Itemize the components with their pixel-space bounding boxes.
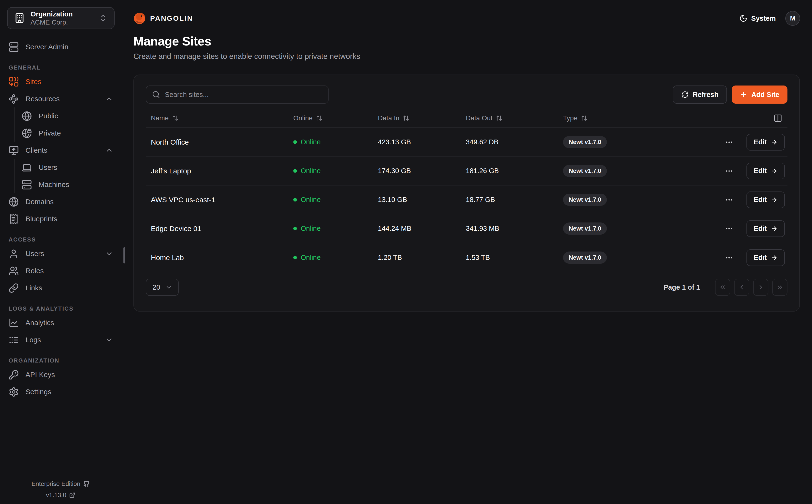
first-page-button[interactable]: [715, 279, 730, 296]
sort-icon: [403, 115, 409, 121]
table-row: AWS VPC us-east-1 Online 13.10 GB 18.77 …: [146, 186, 787, 214]
external-link-icon: [69, 492, 75, 498]
theme-toggle[interactable]: System: [739, 14, 776, 22]
site-name: AWS VPC us-east-1: [151, 196, 293, 204]
sidebar-item-links[interactable]: Links: [7, 279, 115, 297]
row-menu-ellipsis-icon[interactable]: [725, 196, 733, 204]
site-data-in: 13.10 GB: [378, 196, 466, 204]
online-status-dot: [293, 198, 297, 202]
chevron-left-icon: [738, 284, 745, 291]
edit-button[interactable]: Edit: [746, 220, 785, 237]
logs-list-icon: [9, 335, 19, 345]
site-status: Online: [293, 167, 378, 175]
edit-button-label: Edit: [754, 138, 767, 146]
chevron-right-icon: [757, 284, 764, 291]
resources-subnav: Public Private: [14, 107, 115, 142]
server-icon: [9, 42, 19, 52]
moon-icon: [739, 14, 747, 22]
sidebar-item-settings[interactable]: Settings: [7, 383, 115, 400]
online-status-dot: [293, 169, 297, 173]
sidebar-item-sites[interactable]: Sites: [7, 73, 115, 90]
edition-link[interactable]: Enterprise Edition: [31, 480, 90, 488]
column-header-name[interactable]: Name: [151, 114, 293, 122]
page-size-select[interactable]: 20: [146, 279, 179, 296]
brand[interactable]: PANGOLIN: [133, 12, 193, 25]
clients-subnav: Users Machines: [14, 159, 115, 193]
section-label-organization: ORGANIZATION: [9, 357, 113, 364]
row-menu-ellipsis-icon[interactable]: [725, 167, 733, 175]
org-switcher-value: ACME Corp.: [30, 19, 93, 26]
globe-lock-icon: [22, 128, 32, 138]
theme-label: System: [751, 15, 776, 22]
sidebar-item-logs[interactable]: Logs: [7, 331, 115, 348]
sidebar-item-clients[interactable]: Clients: [7, 142, 115, 159]
next-page-button[interactable]: [753, 279, 768, 296]
arrow-right-icon: [771, 225, 778, 232]
site-status: Online: [293, 138, 378, 146]
column-header-data-out[interactable]: Data Out: [466, 114, 563, 122]
avatar[interactable]: M: [785, 11, 800, 26]
sidebar-item-blueprints[interactable]: Blueprints: [7, 210, 115, 227]
pagination: Page 1 of 1: [664, 279, 787, 296]
globe-icon: [9, 197, 19, 207]
section-label-access: ACCESS: [9, 236, 113, 243]
column-header-data-in[interactable]: Data In: [378, 114, 466, 122]
sidebar-item-server-admin[interactable]: Server Admin: [7, 38, 115, 55]
chevron-up-icon: [105, 95, 113, 103]
table-row: Home Lab Online 1.20 TB 1.53 TB Newt v1.…: [146, 243, 787, 272]
column-header-online[interactable]: Online: [293, 114, 378, 122]
chevron-down-icon: [105, 250, 113, 258]
org-switcher[interactable]: Organization ACME Corp.: [7, 7, 115, 29]
column-header-type[interactable]: Type: [563, 114, 725, 122]
sidebar-item-resources[interactable]: Resources: [7, 90, 115, 107]
edit-button[interactable]: Edit: [746, 134, 785, 151]
user-icon: [9, 249, 19, 259]
site-data-in: 174.30 GB: [378, 167, 466, 175]
online-status-dot: [293, 140, 297, 144]
topbar: PANGOLIN System M: [133, 0, 800, 27]
add-site-button[interactable]: Add Site: [732, 86, 787, 104]
row-menu-ellipsis-icon[interactable]: [725, 254, 733, 262]
sidebar-item-private[interactable]: Private: [20, 125, 115, 142]
sidebar-scrollbar-thumb[interactable]: [123, 247, 125, 263]
arrow-right-icon: [771, 167, 778, 175]
table-header: Name Online Data I: [146, 109, 787, 128]
main-content: PANGOLIN System M Manage Sites Create: [122, 0, 812, 504]
row-menu-ellipsis-icon[interactable]: [725, 225, 733, 233]
online-status-dot: [293, 256, 297, 259]
link-icon: [9, 283, 19, 293]
sidebar-item-client-users[interactable]: Users: [20, 159, 115, 176]
row-menu-ellipsis-icon[interactable]: [725, 138, 733, 146]
last-page-button[interactable]: [772, 279, 787, 296]
sidebar-item-public[interactable]: Public: [20, 107, 115, 125]
site-type-badge: Newt v1.7.0: [563, 194, 607, 206]
sidebar-item-machines[interactable]: Machines: [20, 176, 115, 193]
search-input[interactable]: [146, 86, 329, 104]
prev-page-button[interactable]: [734, 279, 749, 296]
refresh-button[interactable]: Refresh: [673, 86, 727, 104]
site-data-in: 423.13 GB: [378, 138, 466, 146]
site-data-out: 1.53 TB: [466, 254, 563, 262]
monitor-up-icon: [9, 145, 19, 156]
section-label-logs-analytics: LOGS & ANALYTICS: [9, 305, 113, 312]
sidebar: Organization ACME Corp. Server Admin: [0, 0, 122, 504]
columns-toggle-icon[interactable]: [774, 114, 782, 122]
sidebar-item-domains[interactable]: Domains: [7, 193, 115, 210]
table-footer: 20 Page 1 of 1: [146, 279, 787, 296]
chevron-up-icon: [105, 146, 113, 154]
card-toolbar: Refresh Add Site: [146, 86, 787, 104]
server-icon: [22, 180, 32, 190]
edit-button[interactable]: Edit: [746, 192, 785, 208]
sidebar-item-api-keys[interactable]: API Keys: [7, 366, 115, 383]
section-label-general: GENERAL: [9, 64, 113, 71]
site-data-out: 349.62 DB: [466, 138, 563, 146]
sidebar-item-analytics[interactable]: Analytics: [7, 314, 115, 331]
receipt-icon: [9, 214, 19, 224]
sidebar-item-roles[interactable]: Roles: [7, 262, 115, 279]
waypoints-icon: [9, 94, 19, 104]
edit-button[interactable]: Edit: [746, 249, 785, 266]
version-link[interactable]: v1.13.0: [46, 491, 75, 499]
arrow-right-icon: [771, 196, 778, 203]
edit-button[interactable]: Edit: [746, 163, 785, 179]
sidebar-item-users[interactable]: Users: [7, 245, 115, 262]
